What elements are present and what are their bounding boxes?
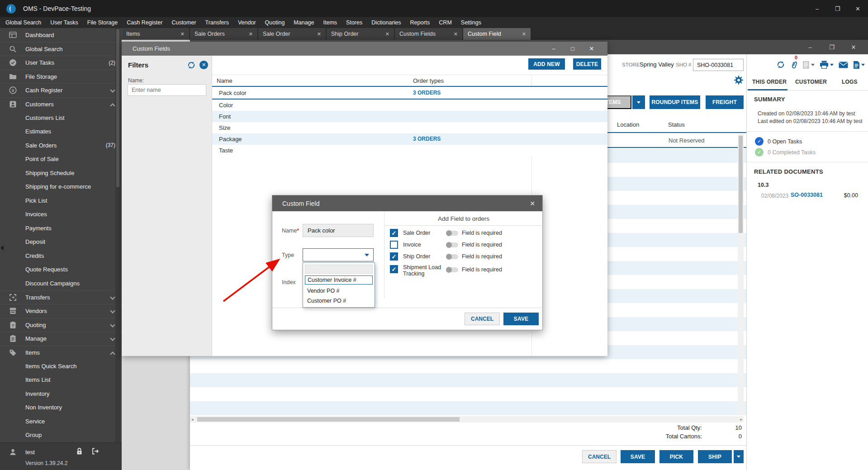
- tab-close-icon[interactable]: ✕: [317, 31, 321, 37]
- tab-close-icon[interactable]: ✕: [180, 31, 185, 37]
- sidebar-item-customers[interactable]: Customers: [0, 97, 122, 111]
- scroll-right-icon[interactable]: ▸: [740, 417, 742, 422]
- required-toggle[interactable]: [446, 267, 458, 272]
- minimize-icon[interactable]: –: [544, 42, 563, 56]
- location-column-header[interactable]: Location: [617, 121, 639, 128]
- sidebar-item-invoices[interactable]: Invoices: [0, 208, 122, 222]
- order-item-row-empty[interactable]: [190, 373, 746, 387]
- refresh-filters-icon[interactable]: [187, 61, 196, 70]
- completed-tasks-label[interactable]: 0 Completed Tasks: [768, 149, 816, 156]
- name-column-header[interactable]: Name: [217, 77, 232, 84]
- menu-global-search[interactable]: Global Search: [1, 19, 46, 26]
- minimize-icon[interactable]: –: [799, 40, 821, 54]
- filter-name-input[interactable]: [128, 84, 206, 96]
- sidebar-item-transfers[interactable]: Transfers: [0, 290, 122, 304]
- order-types-column-header[interactable]: Order types: [413, 77, 444, 84]
- menu-user-tasks[interactable]: User Tasks: [46, 19, 83, 26]
- items-horizontal-scrollbar[interactable]: ◂ ▸: [190, 416, 744, 423]
- sidebar-item-user-tasks[interactable]: User Tasks (2): [0, 56, 122, 70]
- sidebar-item-shipping-schedule[interactable]: Shipping Schedule: [0, 166, 122, 180]
- gear-icon[interactable]: [734, 75, 744, 85]
- ship-dropdown-button[interactable]: [734, 450, 744, 463]
- email-icon[interactable]: [839, 62, 848, 68]
- sale-order-checkbox[interactable]: ✓: [390, 229, 398, 237]
- sidebar-item-sale-orders[interactable]: Sale Orders(37): [0, 138, 122, 152]
- order-item-row-empty[interactable]: [190, 359, 746, 373]
- delete-button[interactable]: DELETE: [573, 58, 601, 70]
- table-row-taste[interactable]: Taste: [212, 145, 607, 156]
- open-tasks-label[interactable]: 0 Open Tasks: [768, 138, 802, 145]
- required-toggle[interactable]: [446, 254, 458, 259]
- tab-items[interactable]: Items✕: [122, 28, 189, 40]
- dropdown-option-empty[interactable]: [305, 265, 373, 274]
- sidebar-item-non-inventory[interactable]: Non Inventory: [0, 401, 122, 415]
- invoice-checkbox[interactable]: [390, 241, 398, 249]
- menu-file-storage[interactable]: File Storage: [83, 19, 122, 26]
- menu-customer[interactable]: Customer: [167, 19, 200, 26]
- restore-icon[interactable]: ❐: [827, 0, 848, 17]
- order-item-row-empty[interactable]: [190, 387, 746, 401]
- freight-button[interactable]: FREIGHT: [706, 95, 744, 109]
- items-vertical-scrollbar[interactable]: [738, 134, 744, 415]
- modal-save-button[interactable]: SAVE: [503, 313, 539, 325]
- tab-custom-field[interactable]: Custom Field✕: [463, 28, 531, 40]
- sidebar-item-cash-register[interactable]: $ Cash Register: [0, 83, 122, 97]
- tab-close-icon[interactable]: ✕: [522, 31, 526, 37]
- sidebar-item-items-quick-search[interactable]: Items Quick Search: [0, 359, 122, 373]
- cancel-button[interactable]: CANCEL: [582, 450, 617, 463]
- refresh-icon[interactable]: [776, 60, 785, 69]
- menu-dictionaries[interactable]: Dictionaries: [367, 19, 405, 26]
- tab-sale-orders[interactable]: Sale Orders✕: [190, 28, 257, 40]
- table-row-package[interactable]: Package3 ORDERS: [212, 133, 607, 145]
- menu-cash-register[interactable]: Cash Register: [122, 19, 167, 26]
- ship-button[interactable]: SHIP: [698, 450, 732, 463]
- sidebar-item-shipping-ecommerce[interactable]: Shipping for e-commerce: [0, 180, 122, 194]
- pick-button[interactable]: PICK: [659, 450, 693, 463]
- maximize-icon[interactable]: □: [563, 42, 582, 56]
- ship-order-checkbox[interactable]: ✓: [390, 252, 398, 261]
- tab-customer[interactable]: CUSTOMER: [795, 79, 827, 85]
- tab-custom-fields[interactable]: Custom Fields✕: [395, 28, 462, 40]
- lock-icon[interactable]: [76, 447, 83, 456]
- attachments-icon[interactable]: 0: [790, 60, 797, 69]
- print-icon[interactable]: [820, 61, 834, 69]
- type-dropdown[interactable]: [303, 248, 374, 261]
- roundup-items-button[interactable]: ROUNDUP ITEMS: [650, 95, 700, 109]
- sidebar-item-payments[interactable]: Payments: [0, 221, 122, 235]
- save-button[interactable]: SAVE: [621, 450, 655, 463]
- sidebar-item-discount-campaigns[interactable]: Discount Campaigns: [0, 276, 122, 290]
- sidebar-item-dashboard[interactable]: Dashboard: [0, 28, 122, 42]
- sidebar-item-quote-requests[interactable]: Quote Requests: [0, 263, 122, 277]
- dropdown-option-customer-po[interactable]: Customer PO #: [305, 296, 373, 305]
- clear-filters-icon[interactable]: ✕: [199, 61, 208, 69]
- sidebar-item-deposit[interactable]: Deposit: [0, 235, 122, 249]
- tab-ship-order[interactable]: Ship Order✕: [327, 28, 394, 40]
- receipt-icon[interactable]: [802, 61, 815, 69]
- dropdown-option-vendor-po[interactable]: Vendor PO #: [305, 286, 373, 295]
- tab-logs[interactable]: LOGS: [842, 79, 858, 85]
- restore-icon[interactable]: ❐: [821, 40, 843, 54]
- dropdown-option-customer-invoice[interactable]: Customer Invoice #: [305, 275, 373, 285]
- table-row-pack-color[interactable]: Pack color 3 ORDERS: [212, 86, 607, 100]
- menu-quoting[interactable]: Quoting: [261, 19, 289, 26]
- menu-crm[interactable]: CRM: [434, 19, 456, 26]
- tab-close-icon[interactable]: ✕: [454, 31, 458, 37]
- menu-stores[interactable]: Stores: [342, 19, 367, 26]
- sidebar-item-items[interactable]: Items: [0, 346, 122, 360]
- document-link[interactable]: SO-0033081: [791, 192, 823, 198]
- sidebar-item-pick-list[interactable]: Pick List: [0, 194, 122, 208]
- logout-icon[interactable]: [91, 447, 99, 456]
- sidebar-collapse-icon[interactable]: [0, 245, 4, 251]
- sidebar-item-inventory[interactable]: Inventory: [0, 387, 122, 401]
- scroll-left-icon[interactable]: ◂: [191, 417, 194, 422]
- add-new-button[interactable]: ADD NEW: [528, 58, 565, 70]
- sidebar-item-point-of-sale[interactable]: Point of Sale: [0, 152, 122, 166]
- sidebar-item-quoting[interactable]: ? Quoting: [0, 318, 122, 332]
- table-row-color[interactable]: Color: [212, 100, 607, 111]
- tab-close-icon[interactable]: ✕: [385, 31, 389, 37]
- sidebar-item-global-search[interactable]: Global Search: [0, 42, 122, 56]
- tab-close-icon[interactable]: ✕: [249, 31, 253, 37]
- n-items-dropdown-button[interactable]: [632, 95, 645, 109]
- close-icon[interactable]: ✕: [848, 0, 868, 17]
- sidebar-scrollbar[interactable]: [115, 28, 120, 442]
